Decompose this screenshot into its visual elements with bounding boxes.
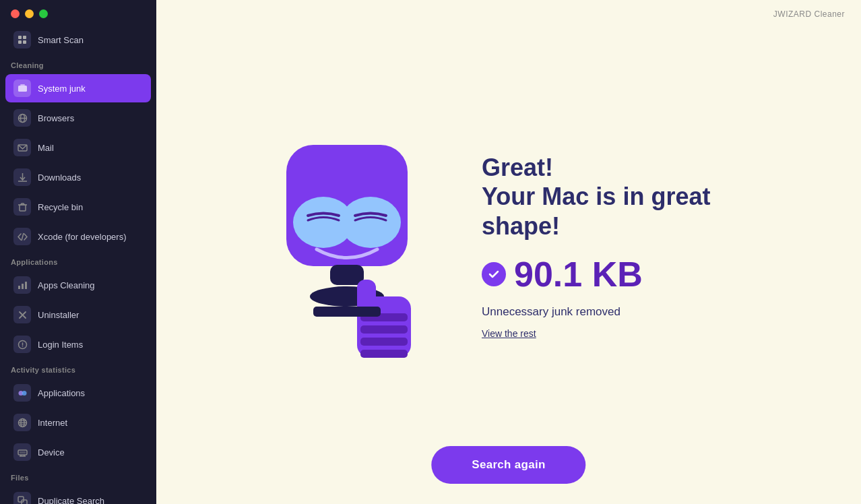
svg-rect-18 [18,286,20,289]
svg-line-17 [22,233,24,241]
xcode-icon [13,228,31,245]
svg-rect-12 [20,205,26,211]
traffic-lights [0,0,156,25]
svg-rect-48 [360,325,408,334]
main-content: JWIZARD Cleaner [156,0,861,504]
svg-rect-51 [313,307,381,317]
content-area: Great! Your Mac is in great shape! 90.1 … [156,28,861,504]
traffic-light-maximize[interactable] [39,9,48,18]
svg-point-27 [22,391,26,396]
sidebar-item-uninstaller[interactable]: Uninstaller [5,301,151,329]
sidebar-item-browsers[interactable]: Browsers [5,104,151,132]
svg-point-25 [22,346,23,347]
svg-rect-3 [23,40,26,44]
xcode-label: Xcode (for developers) [38,232,127,242]
svg-rect-49 [360,338,408,346]
mail-icon [13,139,31,156]
uninstaller-icon [13,306,31,323]
result-title: Great! Your Mac is in great shape! [482,153,765,241]
activity-applications-icon [13,384,31,402]
result-size-row: 90.1 KB [482,254,765,294]
downloads-icon [13,168,31,186]
smart-scan-icon [13,31,31,49]
section-label-applications: Applications [0,251,156,270]
sidebar-item-system-junk[interactable]: System junk [5,74,151,102]
svg-rect-1 [23,36,26,39]
svg-rect-38 [18,497,24,502]
search-again-button[interactable]: Search again [431,446,585,484]
sidebar-item-duplicate-search[interactable]: Duplicate Search [5,486,151,504]
internet-label: Internet [38,418,67,428]
recycle-bin-icon [13,198,31,216]
login-items-icon [13,336,31,353]
sidebar: Smart Scan Cleaning System junk Browsers [0,0,156,504]
svg-rect-34 [20,451,26,453]
svg-rect-50 [360,350,408,358]
apps-cleaning-icon [13,276,31,294]
size-value: 90.1 KB [514,254,643,294]
svg-rect-2 [18,40,22,44]
sidebar-item-recycle-bin[interactable]: Recycle bin [5,193,151,221]
svg-rect-4 [18,86,27,92]
robot-illustration [253,118,441,374]
sidebar-item-downloads[interactable]: Downloads [5,163,151,191]
sidebar-item-xcode[interactable]: Xcode (for developers) [5,222,151,251]
smart-scan-label: Smart Scan [38,35,84,45]
sidebar-item-internet[interactable]: Internet [5,408,151,437]
result-subtitle: Unnecessary junk removed [482,305,765,319]
sidebar-item-device[interactable]: Device [5,438,151,466]
duplicate-search-icon [13,492,31,504]
recycle-bin-label: Recycle bin [38,202,83,212]
search-again-container: Search again [431,446,585,484]
sidebar-item-apps-cleaning[interactable]: Apps Cleaning [5,271,151,299]
traffic-light-close[interactable] [11,9,20,18]
section-label-activity: Activity statistics [0,359,156,378]
downloads-label: Downloads [38,172,81,183]
login-items-label: Login Items [38,340,83,350]
uninstaller-label: Uninstaller [38,310,79,320]
apps-cleaning-label: Apps Cleaning [38,280,95,290]
app-title: JWIZARD Cleaner [773,9,845,19]
sidebar-item-smart-scan[interactable]: Smart Scan [5,26,151,54]
topbar: JWIZARD Cleaner [156,0,861,28]
result-panel: Great! Your Mac is in great shape! 90.1 … [482,153,765,339]
traffic-light-minimize[interactable] [25,9,34,18]
check-icon [482,262,506,286]
browsers-label: Browsers [38,113,74,123]
section-label-cleaning: Cleaning [0,55,156,73]
svg-rect-5 [20,84,25,86]
mail-label: Mail [38,143,54,153]
duplicate-search-label: Duplicate Search [38,496,104,505]
svg-rect-0 [18,36,22,39]
system-junk-label: System junk [38,84,86,94]
sidebar-item-login-items[interactable]: Login Items [5,330,151,358]
browsers-icon [13,109,31,127]
sidebar-item-mail[interactable]: Mail [5,133,151,162]
svg-rect-20 [25,282,27,289]
section-label-files: Files [0,467,156,486]
activity-applications-label: Applications [38,388,85,398]
view-rest-link[interactable]: View the rest [482,328,765,339]
internet-icon [13,414,31,431]
device-label: Device [38,447,65,458]
svg-rect-19 [22,284,24,289]
sidebar-item-applications[interactable]: Applications [5,379,151,407]
svg-rect-43 [330,265,364,285]
device-icon [13,443,31,461]
system-junk-icon [13,80,31,97]
svg-point-42 [340,197,401,248]
